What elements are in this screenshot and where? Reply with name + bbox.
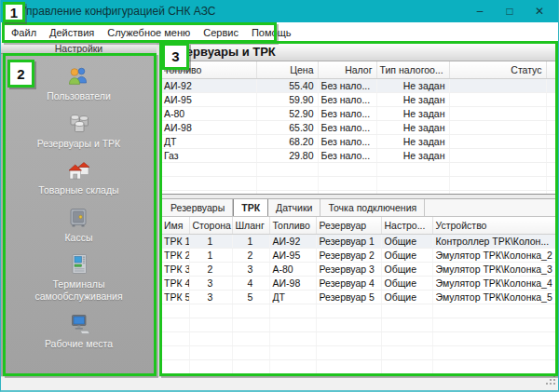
tab-datchiki[interactable]: Датчики (268, 199, 320, 216)
table-cell[interactable]: 68.20 (256, 134, 318, 148)
table-cell[interactable]: Общие (381, 290, 432, 304)
table-cell[interactable]: Без нало... (318, 134, 376, 148)
menu-actions[interactable]: Действия (43, 23, 101, 42)
table-cell[interactable]: 52.90 (256, 106, 318, 120)
table-cell[interactable]: 2 (189, 262, 232, 276)
menu-service[interactable]: Сервис (197, 23, 245, 42)
sidebar-item-warehouses[interactable]: Товарные склады (38, 157, 118, 196)
sidebar-item-users[interactable]: Пользователи (47, 63, 111, 102)
sidebar-item-workstations[interactable]: Рабочие места (45, 311, 113, 350)
tab-tochka-podklyucheniya[interactable]: Точка подключения (320, 199, 425, 216)
table-cell[interactable]: 65.30 (256, 120, 318, 134)
table-row[interactable]: АИ-9865.30Без нало...Не задан (161, 120, 558, 134)
table-cell[interactable] (449, 78, 546, 92)
table-cell[interactable]: АИ-98 (161, 120, 256, 134)
table-cell[interactable]: ДТ (161, 134, 256, 148)
column-header[interactable]: Налог (318, 61, 376, 78)
column-header[interactable]: Настро... (381, 217, 432, 234)
table-cell[interactable]: ТРК 5 (161, 290, 189, 304)
column-header[interactable]: Статус (449, 61, 546, 78)
table-cell[interactable]: Не задан (376, 134, 449, 148)
table-cell[interactable] (546, 78, 558, 92)
table-cell[interactable]: Не задан (376, 92, 449, 106)
table-cell[interactable]: АИ-98 (269, 276, 316, 290)
table-cell[interactable]: ТРК 2 (161, 248, 189, 262)
table-cell[interactable]: Резервуар 1 (316, 234, 381, 248)
table-cell[interactable]: Резервуар 3 (316, 262, 381, 276)
table-cell[interactable]: 1 (232, 234, 269, 248)
table-cell[interactable]: 59.90 (256, 92, 318, 106)
table-row[interactable]: Газ29.80Без нало...Не задан (161, 148, 558, 162)
table-cell[interactable] (546, 134, 558, 148)
table-cell[interactable]: Без нало... (318, 106, 376, 120)
table-cell[interactable]: Без нало... (318, 92, 376, 106)
table-cell[interactable]: А-80 (161, 106, 256, 120)
table-cell[interactable]: Эмулятор ТРК\Колонка_4 (432, 276, 558, 290)
table-row[interactable]: ТРК 323А-80Резервуар 3ОбщиеЭмулятор ТРК\… (161, 262, 558, 276)
column-header[interactable]: Сторона (189, 217, 232, 234)
table-cell[interactable]: 3 (232, 262, 269, 276)
table-cell[interactable]: ТРК 1 (161, 234, 189, 248)
table-cell[interactable]: Резервуар 5 (316, 290, 381, 304)
table-row[interactable]: АИ-9559.90Без нало...Не задан (161, 92, 558, 106)
table-cell[interactable]: Не задан (376, 78, 449, 92)
table-row[interactable]: АИ-9255.40Без нало...Не задан (161, 78, 558, 92)
table-cell[interactable]: Резервуар 2 (316, 248, 381, 262)
table-cell[interactable]: Не задан (376, 148, 449, 162)
table-cell[interactable] (546, 106, 558, 120)
table-cell[interactable] (449, 106, 546, 120)
table-cell[interactable]: 2 (232, 248, 269, 262)
table-cell[interactable] (546, 120, 558, 134)
column-header[interactable]: Цена (256, 61, 318, 78)
table-cell[interactable]: Общие (381, 234, 432, 248)
table-cell[interactable]: Не задан (376, 120, 449, 134)
table-cell[interactable]: АИ-95 (161, 92, 256, 106)
table-cell[interactable]: 55.40 (256, 78, 318, 92)
sidebar-item-tanks[interactable]: Резервуары и ТРК (37, 111, 120, 150)
table-cell[interactable]: 4 (232, 276, 269, 290)
table-row[interactable]: ТРК 434АИ-98Резервуар 4ОбщиеЭмулятор ТРК… (161, 276, 558, 290)
table-cell[interactable]: ДТ (269, 290, 316, 304)
table-cell[interactable] (449, 148, 546, 162)
table-cell[interactable]: Не задан (376, 106, 449, 120)
table-cell[interactable]: ТРК 4 (161, 276, 189, 290)
sidebar-item-terminals[interactable]: Терминалы самообслуживания (27, 251, 131, 302)
table-cell[interactable] (449, 120, 546, 134)
minimize-button[interactable]: – (465, 0, 495, 22)
table-cell[interactable]: Контроллер ТРК\Колон... (432, 234, 558, 248)
table-row[interactable]: ТРК 535ДТРезервуар 5ОбщиеЭмулятор ТРК\Ко… (161, 290, 558, 304)
sidebar-item-cash[interactable]: Кассы (64, 205, 92, 244)
tab-trk[interactable]: ТРК (233, 199, 268, 216)
table-cell[interactable]: Общие (381, 262, 432, 276)
column-header[interactable]: Топливо (161, 61, 256, 78)
table-cell[interactable]: 1 (189, 248, 232, 262)
column-header[interactable] (546, 61, 558, 78)
table-cell[interactable]: А-80 (269, 262, 316, 276)
table-cell[interactable] (449, 92, 546, 106)
table-cell[interactable] (546, 92, 558, 106)
table-cell[interactable]: Эмулятор ТРК\Колонка_5 (432, 290, 558, 304)
menu-help[interactable]: Помощь (245, 23, 298, 42)
table-cell[interactable] (449, 134, 546, 148)
column-header[interactable]: Имя (161, 217, 189, 234)
table-cell[interactable]: Газ (161, 148, 256, 162)
menu-service-menu[interactable]: Служебное меню (101, 23, 197, 42)
table-row[interactable]: А-8052.90Без нало...Не задан (161, 106, 558, 120)
table-cell[interactable]: АИ-95 (269, 248, 316, 262)
table-cell[interactable]: Эмулятор ТРК\Колонка_2 (432, 248, 558, 262)
table-cell[interactable]: 5 (232, 290, 269, 304)
resize-grip-icon[interactable] (545, 372, 556, 389)
table-cell[interactable]: 29.80 (256, 148, 318, 162)
table-cell[interactable]: 3 (189, 290, 232, 304)
table-row[interactable]: ТРК 111АИ-92Резервуар 1ОбщиеКонтроллер Т… (161, 234, 558, 248)
column-header[interactable]: Топливо (269, 217, 316, 234)
menu-file[interactable]: Файл (5, 23, 43, 42)
table-cell[interactable]: Эмулятор ТРК\Колонка_3 (432, 262, 558, 276)
table-cell[interactable]: АИ-92 (269, 234, 316, 248)
column-header[interactable]: Тип налогоо... (376, 61, 449, 78)
table-cell[interactable]: 3 (189, 276, 232, 290)
table-cell[interactable]: Резервуар 4 (316, 276, 381, 290)
table-cell[interactable]: АИ-92 (161, 78, 256, 92)
column-header[interactable]: Резервуар (316, 217, 381, 234)
table-cell[interactable]: Общие (381, 248, 432, 262)
